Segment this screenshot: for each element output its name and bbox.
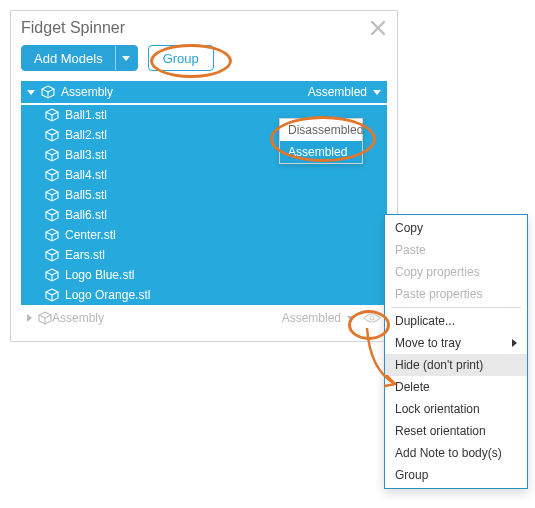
context-menu-item[interactable]: Hide (don't print) xyxy=(385,354,527,376)
tree-item-label: Center.stl xyxy=(65,228,116,242)
panel-title: Fidget Spinner xyxy=(21,19,125,37)
context-menu-item-label: Paste xyxy=(395,243,426,257)
tree-item-label: Ball6.stl xyxy=(65,208,107,222)
context-menu-item-label: Lock orientation xyxy=(395,402,480,416)
svg-point-0 xyxy=(370,316,374,320)
tree-item[interactable]: Center.stl xyxy=(21,225,387,245)
context-menu-item-label: Hide (don't print) xyxy=(395,358,483,372)
context-menu-item-label: Copy properties xyxy=(395,265,480,279)
context-menu-item-label: Copy xyxy=(395,221,423,235)
part-icon xyxy=(45,268,59,282)
context-menu-item[interactable]: Move to tray xyxy=(385,332,527,354)
context-menu-item: Paste xyxy=(385,239,527,261)
group-label: Group xyxy=(163,51,199,66)
context-menu[interactable]: CopyPasteCopy propertiesPaste properties… xyxy=(384,214,528,489)
part-icon xyxy=(45,228,59,242)
add-models-dropdown[interactable] xyxy=(115,46,137,70)
add-models-button[interactable]: Add Models xyxy=(21,45,138,71)
group-button[interactable]: Group xyxy=(148,45,214,71)
state-option[interactable]: Assembled xyxy=(280,141,362,163)
context-menu-item-label: Group xyxy=(395,468,428,482)
tree-item-label: Ball4.stl xyxy=(65,168,107,182)
tree-item-label: Ball5.stl xyxy=(65,188,107,202)
tree-item-label: Ball1.stl xyxy=(65,108,107,122)
context-menu-item[interactable]: Duplicate... xyxy=(385,310,527,332)
part-icon xyxy=(45,248,59,262)
part-icon xyxy=(45,208,59,222)
tree-item-label: Ears.stl xyxy=(65,248,105,262)
tree-item[interactable]: Logo Blue.stl xyxy=(21,265,387,285)
tree-item-label: Ball2.stl xyxy=(65,128,107,142)
submenu-arrow-icon xyxy=(512,339,517,347)
context-menu-item[interactable]: Add Note to body(s) xyxy=(385,442,527,464)
assembly-state-popover[interactable]: DisassembledAssembled xyxy=(279,118,363,164)
context-menu-item[interactable]: Copy xyxy=(385,217,527,239)
part-icon xyxy=(45,148,59,162)
collapse-icon[interactable] xyxy=(27,90,35,95)
tree-item[interactable]: Ball5.stl xyxy=(21,185,387,205)
part-icon xyxy=(45,108,59,122)
context-menu-item-label: Move to tray xyxy=(395,336,461,350)
part-icon xyxy=(45,188,59,202)
assembly-state-dropdown-icon[interactable] xyxy=(373,90,381,95)
assembly-expanded-header[interactable]: Assembly Assembled xyxy=(21,81,387,103)
assembly-label: Assembly xyxy=(61,85,113,99)
context-menu-item-label: Paste properties xyxy=(395,287,482,301)
assembly-collapsed-row[interactable]: Assembly Assembled xyxy=(21,307,387,329)
model-panel: Fidget Spinner Add Models Group Assembly… xyxy=(10,10,398,342)
context-menu-item[interactable]: Reset orientation xyxy=(385,420,527,442)
assembly-collapsed-dropdown-icon[interactable] xyxy=(347,316,355,321)
assembly-icon xyxy=(38,311,52,325)
visibility-eye-icon[interactable] xyxy=(363,312,381,324)
assembly-state-label[interactable]: Assembled xyxy=(308,85,367,99)
tree-item-label: Ball3.stl xyxy=(65,148,107,162)
part-icon xyxy=(45,168,59,182)
context-menu-item-label: Duplicate... xyxy=(395,314,455,328)
context-menu-item: Paste properties xyxy=(385,283,527,305)
assembly-collapsed-state[interactable]: Assembled xyxy=(282,311,341,325)
panel-toolbar: Add Models Group xyxy=(21,41,387,81)
tree-item-label: Logo Orange.stl xyxy=(65,288,150,302)
context-menu-item[interactable]: Group xyxy=(385,464,527,486)
tree-item-label: Logo Blue.stl xyxy=(65,268,134,282)
add-models-label: Add Models xyxy=(22,51,115,66)
assembly-icon xyxy=(41,85,55,99)
tree-item[interactable]: Ball4.stl xyxy=(21,165,387,185)
tree-item[interactable]: Logo Orange.stl xyxy=(21,285,387,305)
tree-item[interactable]: Ears.stl xyxy=(21,245,387,265)
context-menu-item-label: Reset orientation xyxy=(395,424,486,438)
context-menu-separator xyxy=(391,307,521,308)
context-menu-item[interactable]: Lock orientation xyxy=(385,398,527,420)
close-icon[interactable] xyxy=(369,19,387,37)
expand-icon[interactable] xyxy=(27,314,32,322)
context-menu-item[interactable]: Delete xyxy=(385,376,527,398)
panel-header: Fidget Spinner xyxy=(21,11,387,41)
part-icon xyxy=(45,128,59,142)
context-menu-item: Copy properties xyxy=(385,261,527,283)
tree-item[interactable]: Ball6.stl xyxy=(21,205,387,225)
assembly-collapsed-label: Assembly xyxy=(52,311,104,325)
part-icon xyxy=(45,288,59,302)
context-menu-item-label: Delete xyxy=(395,380,430,394)
context-menu-item-label: Add Note to body(s) xyxy=(395,446,502,460)
state-option[interactable]: Disassembled xyxy=(280,119,362,141)
